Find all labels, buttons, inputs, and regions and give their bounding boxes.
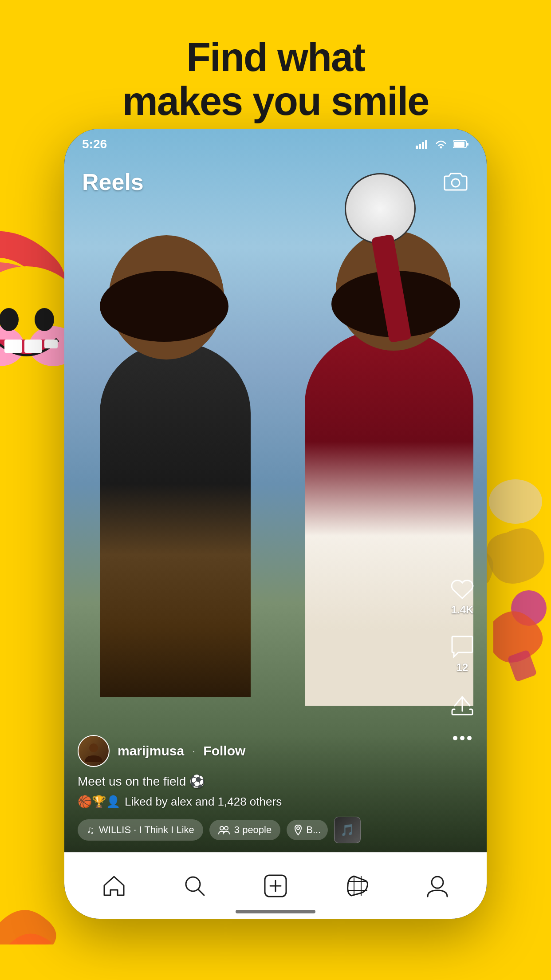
home-icon: [102, 875, 126, 897]
reels-nav-icon: [345, 874, 368, 897]
comment-icon: [450, 636, 474, 659]
user-row: marijmusa · Follow: [78, 735, 473, 767]
avatar[interactable]: [78, 735, 110, 767]
svg-point-20: [452, 179, 460, 187]
action-buttons: 1.4K 12: [450, 579, 474, 741]
share-icon: [451, 693, 473, 715]
svg-rect-14: [422, 142, 424, 149]
location-text: B...: [306, 824, 321, 836]
headline-container: Find what makes you smile: [0, 36, 551, 123]
svg-rect-13: [419, 144, 421, 149]
nav-reels[interactable]: [335, 870, 379, 902]
music-thumb-icon: 🎵: [340, 823, 354, 837]
svg-rect-15: [425, 140, 427, 149]
nav-search[interactable]: [173, 870, 216, 901]
home-indicator: [236, 910, 315, 913]
comment-count: 12: [457, 661, 468, 674]
svg-point-24: [89, 743, 98, 752]
nav-home[interactable]: [92, 870, 136, 901]
nav-create[interactable]: [253, 870, 298, 902]
svg-point-30: [432, 877, 443, 888]
bottom-overlay: marijmusa · Follow Meet us on the field …: [64, 735, 487, 852]
wifi-icon: [434, 139, 448, 149]
reels-header: Reels: [64, 160, 487, 204]
video-content: [64, 173, 487, 830]
follow-button[interactable]: Follow: [203, 743, 245, 759]
dot-separator: ·: [192, 744, 195, 758]
people-icon: [218, 825, 230, 835]
chips-row: ♫ WILLIS · I Think I Like 3 people: [78, 817, 473, 843]
create-icon: [264, 874, 287, 897]
username[interactable]: marijmusa: [118, 743, 184, 759]
reels-title: Reels: [82, 169, 144, 195]
svg-rect-12: [416, 146, 418, 149]
avatar-image: [83, 740, 105, 762]
people-chip[interactable]: 3 people: [209, 820, 280, 840]
headline-text: Find what makes you smile: [0, 36, 551, 123]
status-icons: [416, 139, 469, 149]
music-note-icon: ♫: [87, 824, 94, 836]
like-emoji-avatars: 🏀🏆👤: [78, 795, 120, 809]
nav-profile[interactable]: [416, 870, 459, 902]
svg-point-16: [440, 146, 442, 149]
phone-mockup: 5:26 Reels: [64, 129, 487, 919]
camera-icon: [444, 172, 468, 192]
signal-icon: [416, 139, 429, 149]
svg-point-27: [297, 827, 299, 830]
bottom-nav: [64, 852, 487, 919]
battery-icon: [453, 140, 469, 149]
status-time: 5:26: [82, 137, 107, 151]
likes-text: Liked by alex and 1,428 others: [125, 795, 282, 809]
camera-button[interactable]: [442, 169, 469, 195]
music-thumbnail[interactable]: 🎵: [334, 817, 361, 843]
music-chip[interactable]: ♫ WILLIS · I Think I Like: [78, 819, 203, 841]
like-button[interactable]: 1.4K: [450, 579, 474, 616]
svg-point-25: [220, 826, 224, 830]
status-bar: 5:26: [64, 129, 487, 160]
svg-rect-18: [467, 143, 468, 146]
comment-button[interactable]: 12: [450, 636, 474, 674]
share-button[interactable]: [451, 693, 473, 715]
location-chip[interactable]: B...: [287, 820, 328, 840]
heart-icon: [450, 579, 474, 601]
likes-row: 🏀🏆👤 Liked by alex and 1,428 others: [78, 795, 473, 809]
location-icon: [294, 824, 303, 836]
caption: Meet us on the field ⚽: [78, 774, 473, 789]
svg-point-26: [224, 826, 228, 830]
search-icon: [184, 875, 206, 897]
svg-rect-19: [454, 142, 464, 147]
profile-icon: [426, 874, 449, 897]
music-text: WILLIS · I Think I Like: [99, 824, 194, 836]
like-count: 1.4K: [451, 604, 474, 616]
people-text: 3 people: [234, 824, 272, 836]
